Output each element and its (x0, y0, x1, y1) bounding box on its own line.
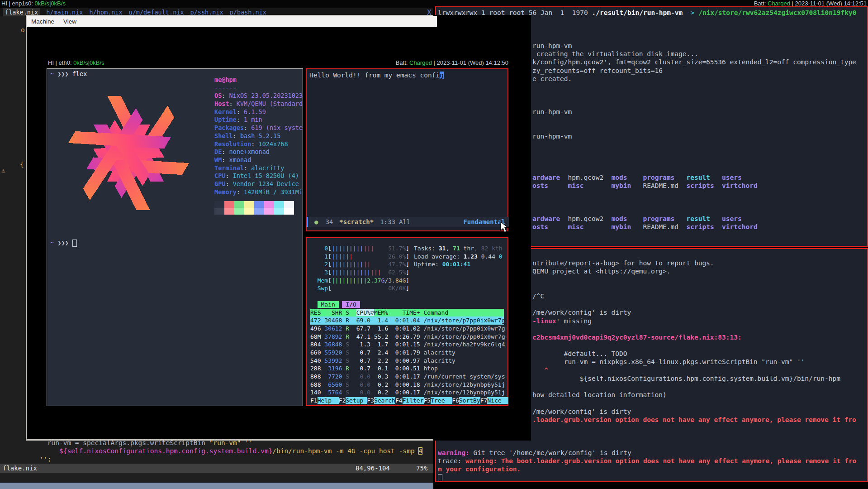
buffer-name: *scratch* (339, 218, 374, 225)
line: me@hpm (214, 76, 303, 84)
scroll-indicator: All (399, 218, 410, 225)
vm-terminal-neofetch[interactable]: ~ ❯❯❯ flex (47, 68, 303, 406)
line: creating the virtualisation disk image..… (532, 50, 856, 58)
emacs-buffer-line[interactable]: Hello World!! from my emacs config (309, 71, 444, 79)
line (532, 341, 856, 350)
line (532, 190, 856, 198)
emacs-modeline: ● 34 *scratch* 1:33 All Fundamental (307, 217, 509, 227)
line: Shell: bash 5.2.15 (214, 132, 303, 140)
line: ${self.nixosConfigurations.hpm.config.sy… (532, 374, 856, 383)
line (532, 383, 856, 391)
line: /me/work/config' is dirty (532, 308, 856, 316)
line: ~ ❯❯❯ flex (50, 70, 87, 78)
line (310, 292, 504, 301)
line: Resolution: 1024x768 (214, 140, 303, 149)
line: Uptime: 00:01:41 (414, 260, 503, 268)
warning-icon: ⚠ (1, 167, 5, 174)
terminal-output-full: warning: Git tree '/home/me/work/config'… (438, 449, 856, 482)
line: 472 30468 R 69.0 1.4 0:01.04 /nix/store/… (310, 316, 504, 325)
vm-htop-window[interactable]: 0[|||||||||||| 51.7%] 1[|||||| 26.0%] 2[… (306, 237, 508, 406)
line: Tasks: 31, 71 thr, 82 kth (414, 244, 503, 253)
line (532, 116, 856, 124)
shell-prompt[interactable]: ~ ❯❯❯ (50, 239, 77, 247)
line: CPU: Intel i5-8250U (4) (214, 172, 303, 180)
line (532, 276, 856, 284)
line: 660 55920 S 0.7 2.4 0:01.79 alacritty (310, 349, 504, 357)
line: Packages: 619 (nix-syste (214, 124, 303, 132)
line: c2bcsm4xmj0vd0capi9q2yc0yzl87-source/fla… (532, 333, 856, 341)
palette-swatch (224, 208, 234, 215)
buffer-number: 34 (325, 218, 333, 225)
line (532, 83, 856, 91)
line: 140 5764 S 0.0 0.2 0:00.17 /nix/store/12… (310, 388, 504, 397)
palette-swatch (244, 201, 254, 208)
line: osts misc mybin README.md scripts virtch… (532, 182, 856, 190)
menu-view[interactable]: View (63, 18, 76, 25)
line: 3[|||||||||||||| 62.5%] (310, 268, 504, 277)
line (532, 157, 856, 165)
line: 540 53992 S 0.7 2.2 0:00.97 alacritty (310, 357, 504, 365)
line: /me/work/config' is dirty (532, 408, 856, 416)
editor-statusbar: flake.nix 84,96-104 75% (0, 464, 433, 473)
palette-swatch (264, 208, 274, 215)
line: #default... TODO (532, 350, 856, 358)
line: Uptime: 1 min (214, 116, 303, 124)
line: Main I/O (310, 301, 504, 309)
line: ardware hpm.qcow2 mods programs result u… (532, 173, 856, 182)
line: Memory: 1420MiB / 3931Mi (214, 188, 303, 197)
vm-battery-clock: Batt: Charged | 2023-11-01 (Wed) 14:12:5… (396, 59, 508, 67)
palette-swatch (284, 208, 294, 215)
line: 688 6560 S 0.0 0.2 0:00.18 /nix/store/12… (310, 381, 504, 389)
shell-prompt: ~ ❯❯❯ flex (50, 70, 87, 78)
qemu-window[interactable]: Machine View HI | eth0: 0kB/s|0kB/s Batt… (26, 15, 531, 441)
line: Hello World!! from my emacs config (309, 71, 444, 79)
line: zy_refcounts=off refcount_bits=16 (532, 67, 856, 75)
neofetch-palette-row2 (214, 208, 294, 215)
line: warning: Git tree '/home/me/work/config'… (438, 449, 856, 457)
modified-dot: ● (314, 218, 318, 225)
line (532, 284, 856, 292)
qemu-menubar[interactable]: Machine View (27, 16, 437, 27)
line: Host: KVM/QEMU (Standard (214, 100, 303, 108)
palette-swatch (254, 201, 264, 208)
mouse-cursor (500, 221, 510, 233)
palette-swatch (244, 208, 254, 215)
line: F1Help F2Setup F3SearchF4FilterF5Tree F6… (310, 397, 504, 405)
line (532, 300, 856, 308)
line: 496 30612 R 67.7 1.6 0:01.02 /nix/store/… (310, 325, 504, 333)
line (532, 140, 856, 149)
editor-code[interactable]: run-vm = specialArgs.pkgs.writeScriptBin… (0, 439, 433, 463)
major-mode: Fundamental (463, 218, 505, 225)
network-status: HI | enp1s0: 0kB/s|0kB/s (1, 0, 66, 8)
line: Mem[||||||||||2.37G/3.84G] (310, 277, 504, 285)
qemu-frame-bottom (26, 439, 433, 441)
vm-screen[interactable]: HI | eth0: 0kB/s|0kB/s Batt: Charged | 2… (47, 59, 510, 407)
line: /^C (532, 292, 856, 300)
terminal-output-clipped: ntribute/report-a-bug> for how to report… (532, 251, 856, 424)
line: e created. (532, 75, 856, 83)
line: Load average: 1.23 0.44 0 (414, 253, 503, 261)
menu-machine[interactable]: Machine (31, 18, 54, 25)
vm-status-bar: HI | eth0: 0kB/s|0kB/s Batt: Charged | 2… (47, 59, 510, 67)
palette-swatch (274, 208, 284, 215)
line: k/config/hpm.qcow2', fmt=qcow2 cluster_s… (532, 58, 856, 66)
line: QEMU project at <https://qemu.org>. (532, 267, 856, 275)
line: ------ (214, 84, 303, 92)
line: osts misc mybin README.md scripts virtch… (532, 223, 856, 231)
htop-main[interactable]: 0[|||||||||||| 51.7%] 1[|||||| 26.0%] 2[… (310, 244, 504, 405)
qemu-frame-left (26, 15, 27, 441)
line: run-hpm-vm (532, 132, 856, 140)
line: run-hpm-vm (532, 42, 856, 50)
line: run-hpm-vm (532, 108, 856, 116)
htop-summary-column: Tasks: 31, 71 thr, 82 kthLoad average: 1… (414, 244, 503, 268)
line: HI | eth0: 0kB/s|0kB/s (48, 59, 104, 67)
vm-emacs-window[interactable]: Hello World!! from my emacs config ● 34 … (306, 68, 508, 231)
palette-swatch (264, 201, 274, 208)
line: 808 7720 S 0.0 0.3 0:01.17 /run/current-… (310, 373, 504, 381)
vm-network-status: HI | eth0: 0kB/s|0kB/s (48, 59, 104, 67)
line: Terminal: alacritty (214, 164, 303, 173)
line: ${self.nixosConfigurations.hpm.config.sy… (0, 447, 433, 455)
palette-swatch (254, 208, 264, 215)
palette-swatch (284, 201, 294, 208)
line (532, 165, 856, 173)
